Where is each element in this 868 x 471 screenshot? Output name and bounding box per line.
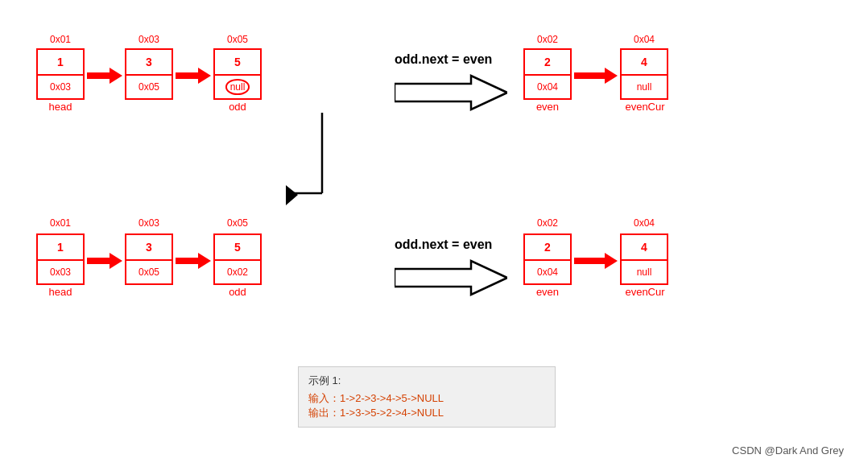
svg-marker-7 bbox=[87, 253, 122, 269]
example-output: 输出：1->3->5->2->4->NULL bbox=[308, 406, 545, 420]
r2n1-label: head bbox=[36, 286, 85, 298]
r1-op-label: odd.next = even bbox=[395, 52, 492, 67]
r1n3-null-oval: null bbox=[225, 79, 250, 95]
svg-marker-1 bbox=[176, 68, 211, 84]
r1n1-label: head bbox=[36, 101, 85, 113]
r2n5-val: 4 bbox=[622, 235, 667, 261]
r2n3-next: 0x02 bbox=[215, 261, 260, 283]
r1n4-val: 2 bbox=[525, 50, 570, 76]
r2-big-arrow bbox=[395, 258, 507, 298]
r2-node1: 1 0x03 bbox=[36, 233, 85, 285]
r2n1-next: 0x03 bbox=[38, 261, 83, 283]
r2-op-label: odd.next = even bbox=[395, 238, 492, 252]
r2-arrow1 bbox=[87, 251, 122, 271]
r1n3-label: odd bbox=[213, 101, 262, 113]
example-box: 示例 1: 输入：1->2->3->4->5->NULL 输出：1->3->5-… bbox=[298, 366, 556, 428]
r1n3-addr: 0x05 bbox=[213, 34, 262, 45]
diagram: 0x01 1 0x03 head 0x03 3 0x05 0x05 5 null… bbox=[0, 0, 868, 471]
r1n5-addr: 0x04 bbox=[620, 34, 668, 45]
r2n5-addr: 0x04 bbox=[620, 217, 668, 229]
svg-marker-9 bbox=[395, 261, 507, 295]
example-input: 输入：1->2->3->4->5->NULL bbox=[308, 391, 545, 406]
r1n3-val: 5 bbox=[215, 50, 260, 76]
r2n1-addr: 0x01 bbox=[36, 217, 85, 229]
r1n4-next: 0x04 bbox=[525, 76, 570, 98]
r1n2-val: 3 bbox=[126, 50, 172, 76]
r1n1-val: 1 bbox=[38, 50, 83, 76]
r2-arrow4 bbox=[574, 251, 618, 271]
r2n2-val: 3 bbox=[126, 235, 172, 261]
r1n5-val: 4 bbox=[622, 50, 667, 76]
r1n1-next: 0x03 bbox=[38, 76, 83, 98]
r2-node5: 4 null bbox=[620, 233, 668, 285]
r1n4-label: even bbox=[523, 101, 572, 113]
r2n4-addr: 0x02 bbox=[523, 217, 572, 229]
svg-marker-10 bbox=[574, 253, 618, 269]
svg-marker-2 bbox=[395, 76, 507, 109]
r2n3-label: odd bbox=[213, 286, 262, 298]
r1-big-arrow bbox=[395, 72, 507, 113]
svg-marker-6 bbox=[286, 185, 298, 205]
connector-arrow bbox=[282, 113, 362, 217]
r2n5-label: evenCur bbox=[617, 286, 673, 298]
r2n3-addr: 0x05 bbox=[213, 217, 262, 229]
r1n4-addr: 0x02 bbox=[523, 34, 572, 45]
r1-node5: 4 null bbox=[620, 48, 668, 100]
csdn-watermark: CSDN @Dark And Grey bbox=[732, 444, 844, 457]
r2n4-label: even bbox=[523, 286, 572, 298]
r1-node4: 2 0x04 bbox=[523, 48, 572, 100]
r2-node4: 2 0x04 bbox=[523, 233, 572, 285]
r2n3-val: 5 bbox=[215, 235, 260, 261]
r2n5-next: null bbox=[622, 261, 667, 283]
r2-node2: 3 0x05 bbox=[125, 233, 173, 285]
r1n1-addr: 0x01 bbox=[36, 34, 85, 45]
r1n2-addr: 0x03 bbox=[125, 34, 173, 45]
r1-arrow2 bbox=[176, 66, 211, 85]
r2n4-val: 2 bbox=[525, 235, 570, 261]
svg-marker-0 bbox=[87, 68, 122, 84]
svg-marker-8 bbox=[176, 253, 211, 269]
r1-arrow4 bbox=[574, 66, 618, 85]
r2-arrow2 bbox=[176, 251, 211, 271]
r1n5-label: evenCur bbox=[617, 101, 673, 113]
r2n1-val: 1 bbox=[38, 235, 83, 261]
r1n2-next: 0x05 bbox=[126, 76, 172, 98]
r2n2-next: 0x05 bbox=[126, 261, 172, 283]
r2n2-addr: 0x03 bbox=[125, 217, 173, 229]
example-title: 示例 1: bbox=[308, 374, 545, 388]
r1-node3: 5 null bbox=[213, 48, 262, 100]
r1n5-next: null bbox=[622, 76, 667, 98]
r1n3-next: null bbox=[215, 76, 260, 98]
r2-node3: 5 0x02 bbox=[213, 233, 262, 285]
svg-marker-3 bbox=[574, 68, 618, 84]
r1-node2: 3 0x05 bbox=[125, 48, 173, 100]
r1-node1: 1 0x03 bbox=[36, 48, 85, 100]
r1-arrow1 bbox=[87, 66, 122, 85]
r2n4-next: 0x04 bbox=[525, 261, 570, 283]
